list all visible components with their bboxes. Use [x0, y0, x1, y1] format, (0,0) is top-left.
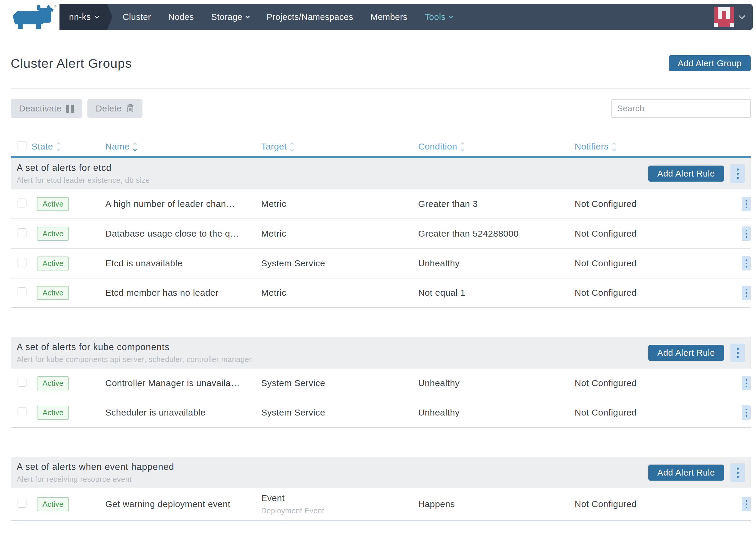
alert-target: Metric: [261, 199, 418, 209]
alert-group-subtitle: Alert for etcd leader existence, db size: [17, 176, 150, 184]
nav-items: ClusterNodesStorageProjects/NamespacesMe…: [123, 12, 452, 22]
add-alert-group-button[interactable]: Add Alert Group: [669, 55, 751, 71]
row-checkbox[interactable]: [17, 199, 26, 208]
alert-condition: Not equal 1: [418, 288, 575, 298]
alert-condition: Greater than 524288000: [418, 229, 575, 239]
row-menu-button[interactable]: [742, 376, 751, 390]
row-menu-button[interactable]: [742, 197, 751, 211]
row-checkbox[interactable]: [17, 287, 26, 296]
alert-group-header: A set of alerts for etcd Alert for etcd …: [11, 158, 751, 189]
group-menu-button[interactable]: [730, 344, 745, 362]
alert-name: Controller Manager is unavaila…: [105, 378, 261, 388]
alert-notifiers: Not Configured: [575, 408, 712, 418]
sort-carets-icon: [57, 143, 60, 151]
row-menu-button[interactable]: [742, 226, 751, 241]
column-header-target[interactable]: Target: [261, 141, 418, 152]
alert-groups-table: State Name Target Condition Notifiers A: [11, 137, 751, 521]
chevron-down-icon: [95, 14, 100, 19]
alert-group-title: A set of alerts when event happened: [17, 462, 174, 472]
alert-name: Database usage close to the q…: [105, 229, 261, 239]
alert-name: Scheduler is unavailable: [105, 408, 261, 418]
alert-condition: Greater than 3: [418, 199, 575, 209]
add-alert-rule-button[interactable]: Add Alert Rule: [648, 166, 724, 182]
alert-name: Etcd is unavailable: [105, 258, 261, 268]
table-row: Active Controller Manager is unavaila… S…: [11, 369, 751, 398]
table-row: Active Scheduler is unavailable System S…: [11, 398, 751, 428]
rancher-logo[interactable]: ®: [9, 4, 59, 30]
sort-carets-icon: [461, 143, 464, 151]
delete-button[interactable]: Delete: [87, 99, 142, 118]
row-checkbox[interactable]: [17, 228, 26, 237]
nav-item-members[interactable]: Members: [370, 12, 407, 22]
row-menu-button[interactable]: [742, 286, 751, 300]
pause-icon: [66, 105, 74, 113]
column-header-notifiers[interactable]: Notifiers: [575, 141, 712, 152]
svg-text:®: ®: [54, 5, 56, 8]
nav-item-tools[interactable]: Tools: [425, 12, 452, 22]
header-divider: [11, 88, 751, 89]
page-title: Cluster Alert Groups: [11, 56, 132, 71]
user-avatar[interactable]: [714, 7, 734, 27]
chevron-down-icon: [246, 14, 250, 19]
sort-carets-icon: [291, 143, 294, 151]
alert-notifiers: Not Configured: [575, 258, 712, 268]
column-header-condition[interactable]: Condition: [418, 141, 575, 152]
alert-notifiers: Not Configured: [575, 229, 712, 239]
group-menu-button[interactable]: [730, 164, 745, 183]
row-menu-button[interactable]: [742, 256, 751, 270]
row-checkbox[interactable]: [17, 258, 26, 267]
status-badge: Active: [37, 497, 69, 511]
row-menu-button[interactable]: [742, 497, 751, 511]
column-header-state[interactable]: State: [32, 141, 105, 152]
sort-carets-icon: [613, 143, 616, 151]
status-badge: Active: [37, 406, 69, 420]
alert-condition: Unhealthy: [418, 378, 575, 388]
alert-group-header: A set of alerts for kube components Aler…: [11, 337, 751, 369]
table-row: Active Get warning deployment event Even…: [11, 488, 751, 521]
status-badge: Active: [37, 286, 69, 300]
select-all-checkbox[interactable]: [17, 141, 26, 150]
table-row: Active Etcd member has no leader Metric …: [11, 278, 751, 308]
column-header-name[interactable]: Name: [105, 141, 261, 152]
alert-name: Etcd member has no leader: [105, 288, 261, 298]
alert-name: Get warning deployment event: [105, 499, 261, 509]
nav-item-projects-namespaces[interactable]: Projects/Namespaces: [267, 12, 353, 22]
add-alert-rule-button[interactable]: Add Alert Rule: [648, 465, 724, 481]
user-menu-chevron-icon[interactable]: [738, 12, 745, 19]
table-row: Active Etcd is unavailable System Servic…: [11, 249, 751, 278]
status-badge: Active: [37, 227, 69, 241]
alert-group-title: A set of alerts for etcd: [17, 163, 150, 173]
row-checkbox[interactable]: [17, 499, 26, 508]
groups-container: A set of alerts for etcd Alert for etcd …: [11, 158, 751, 521]
search-input[interactable]: [611, 99, 751, 118]
alert-notifiers: Not Configured: [575, 199, 712, 209]
alert-target: System Service: [261, 258, 418, 268]
alert-name: A high number of leader chan…: [105, 199, 261, 209]
row-menu-button[interactable]: [742, 406, 751, 420]
nav-item-nodes[interactable]: Nodes: [168, 12, 194, 22]
alert-notifiers: Not Configured: [575, 499, 712, 509]
trash-icon: [127, 104, 134, 113]
toolbar: Deactivate Delete: [11, 99, 751, 118]
status-badge: Active: [37, 376, 69, 390]
alert-group-title: A set of alerts for kube components: [17, 342, 252, 352]
deactivate-label: Deactivate: [19, 104, 62, 114]
table-row: Active Database usage close to the q… Me…: [11, 219, 751, 249]
nav-item-cluster[interactable]: Cluster: [123, 12, 151, 22]
sort-carets-icon: [133, 143, 136, 151]
cluster-selector[interactable]: nn-ks: [59, 4, 107, 30]
user-menu: [714, 7, 753, 27]
rancher-cow-icon: ®: [11, 4, 58, 30]
alert-target: System Service: [261, 408, 418, 418]
alert-target-sub: Deployment Event: [261, 506, 418, 515]
chevron-down-icon: [449, 14, 453, 19]
add-alert-rule-button[interactable]: Add Alert Rule: [648, 345, 724, 361]
nav-item-storage[interactable]: Storage: [211, 12, 249, 22]
top-nav: nn-ks ClusterNodesStorageProjects/Namesp…: [59, 4, 753, 30]
row-checkbox[interactable]: [17, 407, 26, 416]
row-checkbox[interactable]: [17, 378, 26, 387]
alert-group: A set of alerts for etcd Alert for etcd …: [11, 158, 751, 308]
group-menu-button[interactable]: [730, 464, 745, 482]
table-row: Active A high number of leader chan… Met…: [11, 189, 751, 219]
deactivate-button[interactable]: Deactivate: [11, 99, 82, 118]
